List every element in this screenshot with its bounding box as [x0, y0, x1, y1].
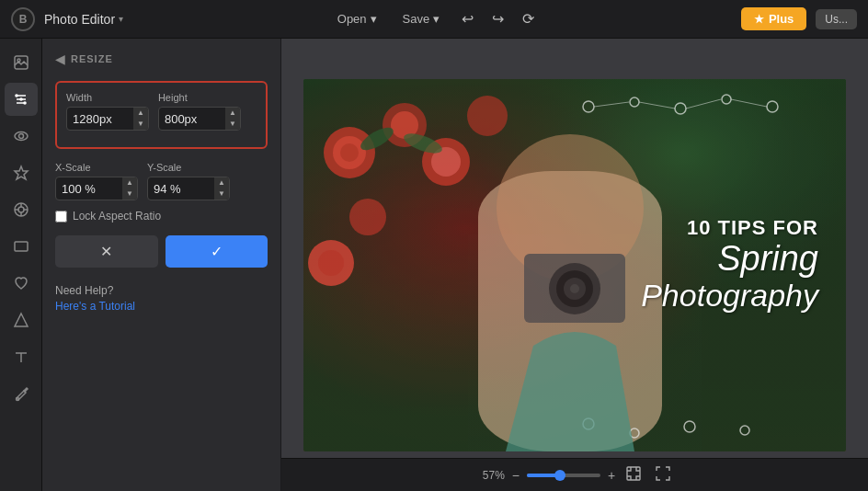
back-button[interactable]: ◀	[55, 51, 65, 66]
height-label: Height	[158, 92, 241, 103]
help-section: Need Help? Here's a Tutorial	[55, 284, 268, 313]
xscale-input[interactable]	[56, 178, 122, 200]
lock-label: Lock Aspect Ratio	[73, 210, 161, 223]
canvas-image: 10 TIPS FOR Spring Photography	[303, 79, 846, 451]
photo-text-top: 10 TIPS FOR	[641, 216, 818, 240]
height-spinners: ▲ ▼	[225, 108, 240, 130]
user-button[interactable]: Us...	[816, 9, 857, 29]
lock-checkbox[interactable]	[55, 211, 67, 223]
sidebar-item-brush[interactable]	[5, 377, 38, 410]
yscale-spinners: ▲ ▼	[214, 177, 229, 200]
lock-row: Lock Aspect Ratio	[55, 210, 268, 223]
action-row: ✕ ✓	[55, 235, 268, 268]
plus-button[interactable]: ★ Plus	[741, 7, 806, 30]
height-field-group: Height ▲ ▼	[158, 92, 241, 131]
redo-button[interactable]: ↪	[486, 6, 509, 31]
sidebar-item-frames[interactable]	[5, 230, 38, 263]
sidebar-item-heart[interactable]	[5, 267, 38, 300]
zoom-percent: 57%	[475, 469, 505, 482]
save-chevron-icon: ▾	[433, 12, 440, 26]
resize-box: Width ▲ ▼ Height ▲	[55, 81, 268, 149]
dimensions-row: Width ▲ ▼ Height ▲	[66, 92, 257, 131]
help-title: Need Help?	[55, 284, 268, 297]
height-input[interactable]	[159, 108, 225, 130]
sidebar-item-elements[interactable]	[5, 193, 38, 226]
zoom-minus-button[interactable]: −	[512, 468, 520, 483]
app-logo: B	[11, 7, 35, 31]
photo-background: 10 TIPS FOR Spring Photography	[303, 79, 846, 451]
width-increment[interactable]: ▲	[133, 108, 148, 119]
photo-overlay-text: 10 TIPS FOR Spring Photography	[641, 216, 818, 313]
star-icon: ★	[754, 13, 764, 26]
fullscreen-button[interactable]	[652, 464, 674, 485]
sidebar-item-adjustments[interactable]	[5, 83, 38, 116]
xscale-input-wrap: ▲ ▼	[55, 177, 138, 200]
svg-point-5	[19, 97, 23, 101]
svg-rect-58	[627, 467, 640, 480]
height-increment[interactable]: ▲	[225, 108, 240, 119]
yscale-field-group: Y-Scale ▲ ▼	[147, 162, 230, 200]
sidebar-item-view[interactable]	[5, 120, 38, 153]
icon-sidebar	[0, 39, 42, 491]
undo-button[interactable]: ↩	[456, 6, 479, 31]
xscale-label: X-Scale	[55, 162, 138, 173]
svg-rect-17	[15, 242, 28, 251]
svg-marker-10	[15, 166, 28, 179]
svg-point-3	[15, 94, 18, 97]
width-input[interactable]	[67, 108, 133, 130]
bottom-bar: 57% − +	[281, 458, 868, 491]
fit-screen-button[interactable]	[622, 464, 645, 485]
sidebar-item-image[interactable]	[5, 46, 38, 79]
help-link[interactable]: Here's a Tutorial	[55, 300, 135, 313]
open-button[interactable]: Open ▾	[328, 8, 386, 29]
photo-text-script-line2: Photography	[641, 279, 818, 313]
title-chevron-icon: ▾	[119, 14, 123, 24]
save-button[interactable]: Save ▾	[394, 8, 450, 29]
svg-point-33	[349, 199, 386, 235]
xscale-increment[interactable]: ▲	[122, 177, 137, 188]
svg-point-32	[467, 96, 508, 136]
width-label: Width	[66, 92, 149, 103]
svg-point-44	[570, 284, 579, 293]
yscale-input[interactable]	[148, 178, 214, 200]
xscale-spinners: ▲ ▼	[122, 177, 137, 200]
zoom-slider-thumb	[554, 470, 565, 481]
sidebar-item-shapes[interactable]	[5, 303, 38, 337]
photo-text-script-line1: Spring	[641, 240, 818, 279]
sidebar-item-text[interactable]	[5, 340, 38, 373]
yscale-label: Y-Scale	[147, 162, 230, 173]
svg-point-35	[318, 250, 344, 276]
app-title-area[interactable]: Photo Editor ▾	[44, 12, 123, 27]
yscale-increment[interactable]: ▲	[214, 177, 229, 188]
main-area: ◀ RESIZE Width ▲ ▼	[0, 39, 868, 491]
zoom-plus-button[interactable]: +	[608, 468, 615, 483]
canvas-area: 10 TIPS FOR Spring Photography 57% − +	[281, 39, 868, 491]
scale-row: X-Scale ▲ ▼ Y-Scale ▲ ▼	[55, 162, 268, 200]
sidebar-item-star[interactable]	[5, 156, 38, 189]
svg-point-7	[23, 101, 27, 105]
width-field-group: Width ▲ ▼	[66, 92, 149, 131]
svg-point-9	[18, 134, 23, 139]
zoom-slider[interactable]	[527, 474, 600, 477]
panel-title: RESIZE	[71, 53, 113, 64]
yscale-decrement[interactable]: ▼	[214, 188, 229, 200]
yscale-input-wrap: ▲ ▼	[147, 177, 230, 200]
confirm-button[interactable]: ✓	[166, 235, 268, 268]
cancel-button[interactable]: ✕	[55, 235, 158, 268]
left-panel: ◀ RESIZE Width ▲ ▼	[42, 39, 281, 491]
svg-point-11	[18, 207, 24, 212]
app-title-text: Photo Editor	[44, 12, 115, 27]
open-chevron-icon: ▾	[371, 12, 377, 26]
svg-marker-18	[15, 314, 28, 326]
width-decrement[interactable]: ▼	[133, 119, 148, 130]
refresh-button[interactable]: ⟳	[517, 6, 540, 31]
xscale-decrement[interactable]: ▼	[122, 188, 137, 200]
width-spinners: ▲ ▼	[133, 108, 148, 130]
width-input-wrap: ▲ ▼	[66, 107, 149, 131]
confirm-icon: ✓	[211, 243, 223, 260]
height-input-wrap: ▲ ▼	[158, 107, 241, 131]
cancel-icon: ✕	[100, 243, 112, 260]
xscale-field-group: X-Scale ▲ ▼	[55, 162, 138, 200]
height-decrement[interactable]: ▼	[225, 119, 240, 130]
svg-point-27	[340, 143, 359, 162]
